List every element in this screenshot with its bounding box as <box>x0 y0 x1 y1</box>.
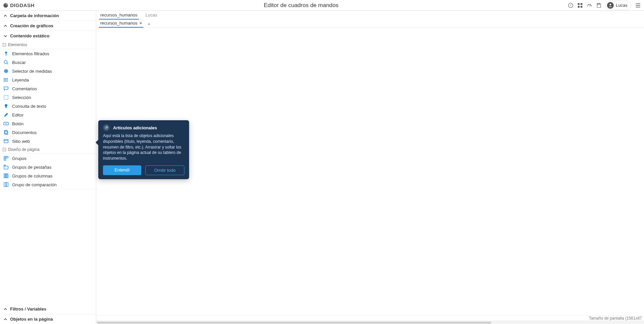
sidebar-section-charts[interactable]: Creación de gráficos <box>0 21 96 31</box>
sidebar: Carpeta de información Creación de gráfi… <box>0 11 96 324</box>
button-icon <box>3 121 9 126</box>
svg-rect-6 <box>581 6 582 7</box>
help-icon[interactable]: ? <box>568 2 574 8</box>
svg-rect-5 <box>578 6 580 7</box>
sidebar-item-legend[interactable]: Leyenda <box>0 75 96 84</box>
tooltip-body: Aquí está la lista de objetos adicionale… <box>103 133 184 161</box>
header-actions: ? Lucas <box>568 1 641 10</box>
svg-rect-39 <box>4 174 5 178</box>
horizontal-scrollbar[interactable] <box>96 321 644 324</box>
chevron-up-icon <box>3 307 7 311</box>
sidebar-group-elements[interactable]: – Elementos <box>0 41 96 49</box>
chevron-up-icon <box>3 14 7 18</box>
svg-rect-38 <box>4 165 5 166</box>
subtab-recursos-humanos[interactable]: recursos_humanos × <box>99 20 143 28</box>
sidebar-item-measure-selector[interactable]: Selector de medidas <box>0 67 96 75</box>
svg-rect-36 <box>4 159 6 160</box>
scrollbar-thumb[interactable] <box>97 322 491 324</box>
svg-rect-34 <box>4 156 6 158</box>
svg-rect-8 <box>598 3 600 5</box>
sidebar-section-filters-vars[interactable]: Filtros / Variables <box>0 304 96 314</box>
brand-logo: DIGDASH <box>3 2 35 8</box>
tooltip-primary-button[interactable]: Entendí <box>103 165 141 175</box>
groups-icon <box>3 156 9 161</box>
sidebar-item-button[interactable]: Botón <box>0 119 96 128</box>
chevron-down-icon <box>3 34 7 38</box>
svg-point-22 <box>4 78 4 79</box>
tooltip-title: Artículos adicionales <box>113 125 157 130</box>
documents-icon <box>3 130 9 135</box>
svg-rect-37 <box>4 166 8 169</box>
svg-point-23 <box>4 79 4 80</box>
svg-point-26 <box>5 104 7 107</box>
svg-rect-27 <box>5 107 7 108</box>
grid-icon[interactable] <box>577 2 583 8</box>
sidebar-item-tab-groups[interactable]: Grupos de pestañas <box>0 163 96 171</box>
hamburger-icon[interactable] <box>635 2 641 9</box>
svg-line-7 <box>589 5 591 6</box>
svg-point-9 <box>610 4 611 5</box>
sidebar-item-filtered-elements[interactable]: Elementos filtrados <box>0 49 96 58</box>
add-tab-button[interactable]: + <box>146 21 152 27</box>
svg-rect-35 <box>6 156 8 158</box>
svg-rect-43 <box>6 183 8 187</box>
save-icon[interactable] <box>596 2 602 8</box>
status-bar: Tamaño de pantalla (1561x87 <box>96 316 644 321</box>
tooltip-secondary-button[interactable]: Omitir todo <box>145 165 184 175</box>
tooltip-icon <box>103 124 110 131</box>
svg-rect-32 <box>4 139 8 143</box>
comment-icon <box>3 86 9 91</box>
svg-point-24 <box>4 81 4 82</box>
sidebar-section-static-content[interactable]: Contenido estático <box>0 31 96 41</box>
svg-rect-25 <box>4 95 8 99</box>
sidebar-item-compare-group[interactable]: Grupo de comparación <box>0 180 96 189</box>
collapse-icon: – <box>3 43 6 46</box>
app-header: DIGDASH Editor de cuadros de mandos ? Lu… <box>0 0 644 11</box>
collapse-icon: – <box>3 148 6 151</box>
gauge-icon[interactable] <box>586 2 593 8</box>
sidebar-item-search[interactable]: Buscar <box>0 58 96 67</box>
tab-recursos-humanos[interactable]: recursos_humanos <box>99 11 139 20</box>
svg-text:?: ? <box>570 4 572 7</box>
sidebar-item-documents[interactable]: Documentos <box>0 128 96 137</box>
website-icon <box>3 138 9 144</box>
svg-line-16 <box>7 63 8 65</box>
svg-rect-42 <box>4 183 6 187</box>
close-icon[interactable]: × <box>140 21 142 26</box>
sidebar-group-page-design[interactable]: – Diseño de página <box>0 145 96 154</box>
onboarding-tooltip: Artículos adicionales Aquí está la lista… <box>98 120 189 179</box>
tab-lucas[interactable]: Lucas <box>144 11 159 20</box>
brand-icon <box>3 2 9 8</box>
sidebar-item-text-query[interactable]: Consulta de texto <box>0 102 96 110</box>
svg-rect-41 <box>7 174 8 178</box>
sidebar-item-selection[interactable]: Selección <box>0 93 96 102</box>
pencil-icon <box>3 112 9 118</box>
svg-rect-14 <box>6 54 6 56</box>
sidebar-item-editor[interactable]: Editor <box>0 110 96 119</box>
secondary-tabs: recursos_humanos × + <box>96 20 644 28</box>
svg-rect-3 <box>578 3 580 5</box>
legend-icon <box>3 77 9 83</box>
svg-point-15 <box>4 61 7 64</box>
sidebar-item-column-groups[interactable]: Grupos de columnas <box>0 171 96 180</box>
svg-point-13 <box>5 52 7 54</box>
chevron-up-icon <box>3 24 7 28</box>
user-name: Lucas <box>616 3 628 8</box>
page-title: Editor de cuadros de mandos <box>35 2 568 9</box>
chevron-up-icon <box>3 317 7 321</box>
sidebar-section-info-folder[interactable]: Carpeta de información <box>0 11 96 21</box>
tab-groups-icon <box>3 164 9 170</box>
filter-pin-icon <box>3 51 9 56</box>
brand-text: DIGDASH <box>10 2 35 8</box>
globe-icon <box>3 68 9 74</box>
sidebar-item-groups[interactable]: Grupos <box>0 154 96 163</box>
user-menu[interactable]: Lucas <box>605 1 631 10</box>
sidebar-item-comments[interactable]: Comentarios <box>0 84 96 93</box>
svg-rect-4 <box>581 3 582 5</box>
search-icon <box>3 60 9 65</box>
sidebar-item-website[interactable]: Sitio web <box>0 137 96 145</box>
compare-icon <box>3 182 9 187</box>
column-groups-icon <box>3 173 9 179</box>
selection-icon <box>3 95 9 100</box>
sidebar-section-page-objects[interactable]: Objetos en la página <box>0 314 96 324</box>
